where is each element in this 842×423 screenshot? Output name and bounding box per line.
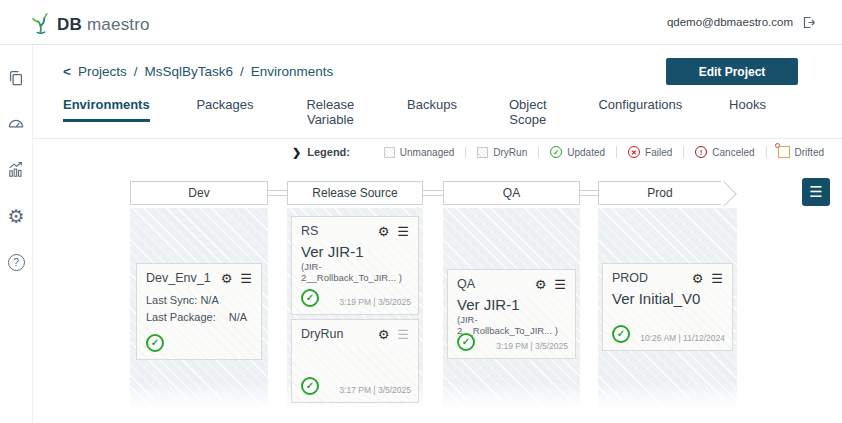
sidebar-item-help[interactable]: ?: [5, 251, 27, 273]
tab-label: Environments: [63, 97, 150, 122]
dryrun-icon: [477, 147, 488, 158]
legend-item-failed: ✕ Failed: [617, 146, 684, 158]
card-footer: ✓ 3:19 PM | 3/5/2025: [457, 333, 568, 351]
breadcrumb-item-environments[interactable]: Environments: [251, 64, 334, 79]
menu-icon[interactable]: ☰: [711, 272, 723, 285]
drifted-badge-icon: [775, 143, 780, 148]
card-icons: ⚙ ☰: [221, 272, 252, 285]
status-updated-icon: ✓: [301, 289, 319, 307]
sidebar-item-projects[interactable]: [5, 67, 27, 89]
edit-project-button[interactable]: Edit Project: [666, 58, 798, 85]
stage-header-release-source: Release Source: [287, 181, 423, 205]
legend-item-label: Unmanaged: [400, 147, 454, 158]
card-footer: ✓: [146, 334, 254, 352]
env-card-prod[interactable]: PROD ⚙ ☰ Ver Initial_V0 ✓ 10:26 AM | 11/…: [602, 263, 733, 351]
legend-item-label: Failed: [645, 147, 672, 158]
sidebar-item-settings[interactable]: ⚙: [5, 205, 27, 227]
gear-icon[interactable]: ⚙: [378, 225, 390, 238]
gear-icon[interactable]: ⚙: [692, 272, 704, 285]
env-card-release-source[interactable]: RS ⚙ ☰ Ver JIR-1 (JIR-2__Rollback_To_JIR…: [291, 216, 419, 315]
stage-header-dev: Dev: [130, 181, 268, 205]
env-card-dev-env-1[interactable]: Dev_Env_1 ⚙ ☰ Last Sync: N/A Last Packag…: [136, 263, 262, 360]
card-icons: ⚙ ☰: [378, 225, 409, 238]
menu-icon[interactable]: ☰: [554, 278, 566, 291]
legend-item-label: Canceled: [712, 147, 754, 158]
card-subtitle: (JIR-2__Rollback_To_JIR... ): [292, 260, 418, 283]
card-header: QA ⚙ ☰: [448, 270, 575, 295]
menu-icon[interactable]: ☰: [397, 225, 409, 238]
tab-environments[interactable]: Environments: [63, 97, 150, 122]
canceled-exclaim-icon: !: [695, 146, 707, 158]
analytics-chart-icon: [6, 160, 26, 180]
tab-release-variable[interactable]: Release Variable: [300, 97, 360, 134]
breadcrumb-item-projects[interactable]: Projects: [78, 64, 127, 79]
sidebar: ⚙ ?: [0, 45, 33, 423]
menu-icon[interactable]: ☰: [240, 272, 252, 285]
tab-label: Object Scope: [504, 97, 552, 134]
card-footer: ✓ 10:26 AM | 11/12/2024: [612, 325, 725, 343]
card-timestamp: 3:19 PM | 3/5/2025: [339, 297, 411, 307]
tab-label: Hooks: [729, 97, 766, 119]
breadcrumb-row: < Projects / MsSqlByTask6 / Environments…: [63, 58, 798, 85]
card-footer: ✓ 3:19 PM | 3/5/2025: [301, 289, 411, 307]
legend-item-label: DryRun: [493, 147, 527, 158]
pipeline: Dev Release Source QA Prod ☰ Dev_Env_1 ⚙: [33, 165, 842, 423]
settings-gear-icon: ⚙: [7, 207, 24, 226]
dashboard-gauge-icon: [6, 114, 26, 134]
card-timestamp: 3:17 PM | 3/5/2025: [339, 385, 411, 395]
gear-icon[interactable]: ⚙: [378, 328, 390, 341]
pipeline-menu-button[interactable]: ☰: [802, 178, 830, 206]
check-glyph: ✓: [306, 381, 314, 391]
breadcrumb: < Projects / MsSqlByTask6 / Environments: [63, 64, 333, 79]
exclaim-glyph: !: [700, 149, 702, 156]
breadcrumb-back-chevron[interactable]: <: [63, 64, 71, 79]
last-sync-text: Last Sync: N/A: [137, 289, 261, 306]
check-glyph: ✓: [462, 337, 470, 347]
check-glyph: ✓: [151, 338, 159, 348]
legend-label: Legend:: [307, 146, 350, 158]
legend-item-canceled: ! Canceled: [684, 146, 766, 158]
logout-icon[interactable]: [801, 15, 816, 30]
stage-header-qa: QA: [443, 181, 580, 205]
env-card-dryrun[interactable]: DryRun ⚙ ☰ ✓ 3:17 PM | 3/5/2025: [291, 319, 419, 403]
tab-hooks[interactable]: Hooks: [729, 97, 766, 119]
tab-bar: Environments Packages Release Variable B…: [63, 97, 766, 134]
legend-bar: ❯ Legend: Unmanaged DryRun ✓ Updated ✕ F…: [33, 138, 842, 165]
legend-item-label: Updated: [567, 147, 605, 158]
legend-items: Unmanaged DryRun ✓ Updated ✕ Failed ! Ca…: [373, 146, 835, 158]
breadcrumb-separator: /: [240, 64, 244, 79]
sidebar-item-dashboard[interactable]: [5, 113, 27, 135]
card-title: DryRun: [301, 327, 343, 341]
dbmaestro-tree-icon: [30, 9, 52, 35]
card-icons: ⚙ ☰: [535, 278, 566, 291]
legend-item-drifted: Drifted: [767, 146, 835, 158]
env-card-qa[interactable]: QA ⚙ ☰ Ver JIR-1 (JIR-2__Rollback_To_JIR…: [447, 269, 576, 359]
card-timestamp: 3:19 PM | 3/5/2025: [496, 341, 568, 351]
legend-chevron-icon[interactable]: ❯: [292, 146, 301, 159]
main-content: < Projects / MsSqlByTask6 / Environments…: [33, 45, 842, 423]
menu-icon: ☰: [809, 183, 822, 201]
sidebar-item-analytics[interactable]: [5, 159, 27, 181]
tab-backups[interactable]: Backups: [407, 97, 457, 119]
last-package-value: N/A: [229, 311, 247, 323]
breadcrumb-separator: /: [134, 64, 138, 79]
user-account: qdemo@dbmaestro.com: [667, 15, 816, 30]
gear-icon[interactable]: ⚙: [221, 272, 233, 285]
tab-object-scope[interactable]: Object Scope: [504, 97, 552, 134]
check-glyph: ✓: [617, 329, 625, 339]
legend-item-updated: ✓ Updated: [539, 146, 617, 158]
card-title: RS: [301, 224, 318, 238]
updated-check-icon: ✓: [550, 146, 562, 158]
unmanaged-icon: [384, 147, 395, 158]
breadcrumb-item-project-name[interactable]: MsSqlByTask6: [144, 64, 233, 79]
check-glyph: ✓: [306, 293, 314, 303]
tab-packages[interactable]: Packages: [196, 97, 253, 119]
card-version: Ver JIR-1: [448, 295, 575, 313]
card-timestamp: 10:26 AM | 11/12/2024: [640, 333, 725, 343]
menu-icon[interactable]: ☰: [397, 328, 409, 341]
check-glyph: ✓: [553, 149, 559, 156]
brand-logo[interactable]: DBmaestro: [30, 9, 150, 35]
status-updated-icon: ✓: [457, 333, 475, 351]
tab-configurations[interactable]: Configurations: [598, 97, 682, 119]
gear-icon[interactable]: ⚙: [535, 278, 547, 291]
